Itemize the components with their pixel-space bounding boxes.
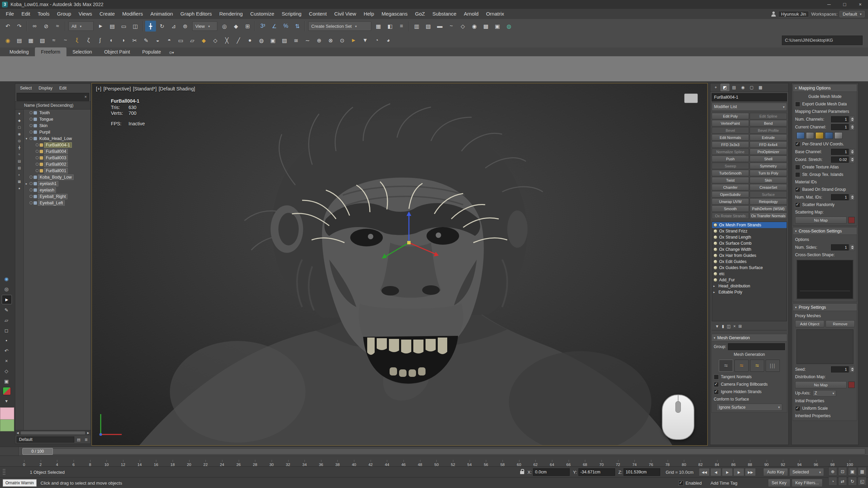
modifier-stack-item[interactable]: Ox Mesh From Strands [712,222,787,228]
modifier-stack-item[interactable]: Ox Strand Frizz [712,228,787,234]
visibility-dot-icon[interactable] [29,195,33,198]
modifier-stack-item[interactable]: Ox Change Width [712,246,787,252]
zoom-all-icon[interactable]: ⊡ [838,467,847,476]
mesh-preset-icon[interactable] [766,360,780,372]
checkbox-icon[interactable] [714,382,719,387]
menu-item[interactable]: Megascans [378,9,411,19]
checkbox-icon[interactable] [795,406,800,411]
ornatrix-tool-icon[interactable]: ▤ [14,35,25,46]
selection-filter-dropdown[interactable]: All▾ [68,21,94,31]
clear-search-icon[interactable]: × [82,95,89,99]
visibility-dot-icon[interactable] [36,169,39,172]
modifier-stack-item[interactable]: ▸ Editable Poly [712,289,787,295]
checkbox-row[interactable]: Camera Facing Billboards [714,381,785,387]
cursor-tool-icon[interactable]: ► [2,295,12,304]
ornatrix-tool-icon[interactable]: ◑ [118,35,129,46]
modifier-button[interactable]: Smooth [712,205,749,212]
motion-tab[interactable]: ◉ [739,84,747,91]
spinner[interactable] [850,124,855,130]
mapping-preset-icon[interactable] [825,132,833,139]
scene-object-row[interactable]: ▾ Koba_Head_Low [24,135,91,142]
pin-stack-icon[interactable]: ▼ [715,324,719,329]
checkbox-icon[interactable] [795,142,800,147]
object-name-label[interactable]: Skin [38,123,49,128]
modifier-list-dropdown[interactable]: Modifier List▾ [712,103,787,111]
scrollbar-thumb[interactable] [21,431,85,434]
filter-cameras-icon[interactable]: ◎ [16,138,22,144]
ornatrix-tool-icon[interactable]: ~ [60,35,71,46]
object-name-label[interactable]: FurBall001 [44,168,68,174]
unlink-selection-icon[interactable]: ⊘ [41,21,52,32]
clear-annotations-icon[interactable]: × [2,357,11,365]
signed-in-user[interactable]: Hyunsuk Jin [778,11,809,17]
menu-item[interactable]: Views [75,9,96,19]
filter-bones-icon[interactable]: ◐ [16,171,22,178]
expand-icon[interactable]: ▸ [24,182,28,185]
visibility-dot-icon[interactable] [29,130,33,134]
remove-button[interactable]: Remove [826,320,855,327]
object-name-label[interactable]: Eyeball_Left [38,200,65,206]
checkbox-row[interactable]: Uniform Scale [795,405,855,411]
select-and-move-icon[interactable]: ╋ [145,21,156,32]
modifier-button[interactable]: TurboSmooth [712,170,749,176]
modifier-button[interactable]: Skin [750,177,787,183]
value-field[interactable]: 1 [831,244,849,250]
modifier-button[interactable]: Edit Poly [712,113,749,119]
use-pivot-point-icon[interactable]: ◎ [219,21,230,32]
filter-helpers-icon[interactable]: ╋ [16,144,22,150]
modifier-button[interactable]: Bevel Profile [750,127,787,134]
angle-snap-icon[interactable]: ∠ [269,21,280,32]
spinner[interactable] [850,156,855,163]
menu-item[interactable]: Tools [34,9,53,19]
dropdown[interactable]: Z▾ [812,390,836,396]
object-name-label[interactable]: Eyeball_Right [38,194,67,199]
menu-item[interactable]: Substance [429,9,460,19]
scene-object-row[interactable]: Purpil [24,129,91,135]
object-name-label[interactable]: Koba_Head_Low [38,136,73,141]
checkbox-icon[interactable] [795,187,800,192]
object-name-label[interactable]: FurBall004 [44,149,68,154]
mesh-preset-icon[interactable] [734,360,749,372]
modifier-button[interactable]: Retopology [750,198,787,205]
modifier-enable-icon[interactable] [713,253,717,258]
viewport[interactable]: [+][Perspective][Standard*][Default Shad… [92,83,708,446]
checkbox-row[interactable]: Per-Strand UV Coords. [795,141,855,147]
visibility-dot-icon[interactable] [29,118,33,121]
modifier-button[interactable]: Sweep [712,163,749,169]
modifier-button[interactable]: Symmetry [750,163,787,169]
modifier-enable-icon[interactable] [713,260,717,264]
layer-explorer-toggle-icon[interactable]: ▧ [423,21,434,32]
expand-icon[interactable]: ▾ [24,137,28,140]
ornatrix-tool-icon[interactable]: ⊗ [325,35,336,46]
next-frame-button[interactable]: ▶ [733,468,744,476]
ornatrix-tool-icon[interactable]: ▼ [360,35,371,46]
object-name-field[interactable] [712,93,787,101]
ornatrix-warning-badge[interactable]: Ornatrix Warnin [3,479,37,487]
no-map-button[interactable]: No Map [795,217,847,224]
checkbox-icon[interactable] [795,102,800,107]
menu-item[interactable]: Edit [18,9,34,19]
rollout-header[interactable]: ▾ Proxy Settings [793,303,857,311]
visibility-toggle-icon[interactable]: ◎ [2,285,11,293]
explorer-menu-item[interactable]: Display [36,86,55,90]
menu-item[interactable]: Customize [246,9,278,19]
group-input[interactable] [728,343,785,350]
enabled-toggle[interactable]: Enabled [678,481,702,486]
menu-item[interactable]: Create [96,9,119,19]
modifier-button[interactable]: VertexPaint [712,120,749,126]
selection-lock-icon[interactable] [520,471,524,474]
scene-object-row[interactable]: Tongue [24,116,91,122]
modifier-button[interactable]: OpenSubdiv [712,191,749,198]
window-crossing-icon[interactable]: ◫ [130,21,141,32]
key-selection-dropdown[interactable]: Selected▾ [789,468,824,476]
rollout-header[interactable]: ▾ Mesh Generation [711,334,787,342]
menu-item[interactable]: Ornatrix [482,9,508,19]
snaps-toggle-icon[interactable]: 3³ [257,21,268,32]
modifier-button[interactable]: Bend [750,120,787,126]
scene-explorer-toggle-icon[interactable]: ▥ [411,21,422,32]
filter-materials-icon[interactable]: ● [16,185,22,191]
ornatrix-tool-icon[interactable]: ∼ [302,35,313,46]
rollout-header[interactable]: ▾ Cross-Section Settings [793,227,857,235]
x-coordinate-field[interactable]: 0.0cm [533,468,570,476]
visibility-dot-icon[interactable] [29,124,33,127]
